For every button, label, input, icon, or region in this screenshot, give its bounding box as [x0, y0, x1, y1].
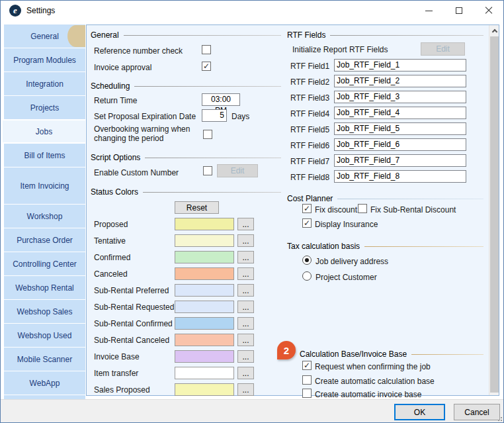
status-color-swatch: [175, 251, 234, 263]
project-customer-label: Project Customer: [315, 273, 377, 282]
rtf-field-label: RTF Field2: [290, 77, 329, 87]
sidebar-item-label: Webshop Used: [18, 331, 72, 340]
scrollbar-up-button[interactable]: [489, 25, 499, 36]
status-color-browse-button[interactable]: ...: [237, 350, 254, 363]
sidebar-item-label: Controlling Center: [13, 259, 77, 269]
status-color-browse-button[interactable]: ...: [237, 301, 254, 313]
ok-button[interactable]: OK: [394, 404, 445, 420]
status-color-browse-button[interactable]: ...: [237, 267, 254, 280]
auto-invoice-base-checkbox[interactable]: ✓: [302, 389, 312, 398]
return-time-input[interactable]: 03:00 PM: [202, 93, 240, 106]
section-tax-basis: Tax calculation basis: [287, 242, 483, 251]
sidebar-item-webshop-sales[interactable]: Webshop Sales: [4, 300, 85, 323]
status-color-swatch: [175, 267, 234, 280]
sidebar-item-label: Program Modules: [13, 56, 76, 65]
reference-number-checkbox[interactable]: ✓: [202, 45, 211, 54]
overbooking-warning-checkbox[interactable]: ✓: [203, 130, 212, 139]
auto-calculation-base-checkbox[interactable]: ✓: [302, 375, 312, 385]
job-delivery-address-radio[interactable]: [302, 256, 312, 265]
sidebar-item-controlling-center[interactable]: Controlling Center: [4, 252, 85, 275]
custom-number-edit-button[interactable]: Edit: [217, 164, 258, 177]
status-color-browse-button[interactable]: ...: [237, 367, 254, 379]
sidebar-item-label: Projects: [30, 103, 59, 113]
status-color-swatch: [175, 350, 234, 363]
section-status-colors: Status Colors: [91, 187, 281, 197]
sidebar-item-label: Mobile Scanner: [17, 355, 72, 364]
fix-sub-rental-discount-checkbox[interactable]: ✓: [358, 204, 367, 213]
status-color-browse-button[interactable]: ...: [237, 284, 254, 297]
close-button[interactable]: [474, 1, 503, 21]
sidebar-item-projects[interactable]: Projects: [4, 96, 85, 119]
fix-discount-checkbox[interactable]: ✓: [302, 204, 312, 213]
status-color-browse-button[interactable]: ...: [237, 251, 254, 263]
status-color-label: Confirmed: [94, 253, 130, 262]
status-color-browse-button[interactable]: ...: [237, 218, 254, 230]
overbooking-warning-label: Overbooking warning when changing the pe…: [94, 124, 194, 143]
sidebar-item-label: Purchase Order: [17, 236, 73, 245]
sidebar-item-purchase-order[interactable]: Purchase Order: [4, 228, 85, 252]
sidebar-item-jobs[interactable]: Jobs: [2, 120, 86, 143]
display-insurance-checkbox[interactable]: ✓: [302, 218, 312, 228]
project-customer-radio[interactable]: [302, 271, 312, 281]
section-rtf-fields: RTF Fields: [287, 30, 483, 40]
sidebar-item-label: Integration: [26, 79, 63, 89]
section-rule: [143, 192, 281, 193]
status-color-browse-button[interactable]: ...: [237, 383, 254, 396]
request-when-confirming-checkbox[interactable]: ✓: [302, 361, 312, 370]
status-color-browse-button[interactable]: ...: [237, 334, 254, 346]
chevron-up-icon: [491, 29, 497, 34]
sidebar-item-program-modules[interactable]: Program Modules: [4, 48, 85, 71]
status-colors-reset-button[interactable]: Reset: [175, 201, 219, 214]
scrollbar-thumb[interactable]: [490, 36, 499, 393]
rtf-field-input[interactable]: Job_RTF_Field_5: [334, 122, 466, 135]
section-calc-base: Calculation Base/Invoice Base: [300, 350, 483, 359]
rtf-field-input[interactable]: Job_RTF_Field_8: [334, 170, 466, 183]
reference-number-check-label: Reference number check: [94, 46, 183, 56]
status-color-label: Sub-Rental Requested: [94, 303, 174, 312]
rtf-field-input[interactable]: Job_RTF_Field_2: [334, 75, 466, 87]
rtf-field-input[interactable]: Job_RTF_Field_6: [334, 138, 466, 151]
section-rule: [124, 35, 281, 36]
sidebar-item-bill-of-items[interactable]: Bill of Items: [4, 144, 85, 167]
enable-custom-number-checkbox[interactable]: ✓: [203, 166, 212, 175]
section-script-options: Script Options: [91, 153, 281, 162]
status-color-browse-button[interactable]: ...: [237, 234, 254, 247]
rtf-field-input[interactable]: Job_RTF_Field_1: [334, 59, 466, 71]
dialog-footer: OK Cancel: [1, 399, 504, 423]
sidebar-item-item-invoicing[interactable]: Item Invoicing: [4, 167, 85, 204]
sidebar-item-webshop-rental[interactable]: Webshop Rental: [4, 276, 85, 299]
sidebar-item-webapp[interactable]: WebApp: [4, 371, 85, 395]
invoice-approval-checkbox[interactable]: ✓: [202, 62, 211, 71]
cancel-button[interactable]: Cancel: [454, 404, 500, 420]
section-title: Tax calculation basis: [287, 242, 360, 251]
section-title: Script Options: [91, 153, 140, 162]
rtf-field-input[interactable]: Job_RTF_Field_3: [334, 91, 466, 103]
status-color-swatch: [175, 301, 234, 313]
sidebar-item-label: Webshop Sales: [17, 307, 73, 316]
check-icon: ✓: [304, 205, 310, 212]
resize-grip[interactable]: [497, 416, 502, 421]
status-color-swatch: [175, 218, 234, 230]
titlebar: e Settings: [1, 1, 503, 21]
sidebar-item-workshop[interactable]: Workshop: [4, 205, 85, 228]
minimize-button[interactable]: [414, 1, 444, 21]
sidebar-item-label: General: [30, 32, 59, 41]
fix-discount-label: Fix discount: [315, 205, 357, 214]
sidebar-item-mobile-scanner[interactable]: Mobile Scanner: [4, 348, 85, 371]
status-color-label: Canceled: [94, 269, 128, 279]
section-general: General: [91, 30, 281, 40]
rtf-field-input[interactable]: Job_RTF_Field_7: [334, 154, 466, 167]
sidebar-item-integration[interactable]: Integration: [4, 72, 85, 95]
section-rule: [330, 35, 483, 36]
status-color-browse-button[interactable]: ...: [237, 317, 254, 330]
rtf-field-input[interactable]: Job_RTF_Field_4: [334, 107, 466, 119]
close-icon: [485, 7, 493, 15]
vertical-scrollbar[interactable]: [489, 25, 499, 395]
check-icon: ✓: [304, 361, 310, 369]
status-color-label: Sales Proposed: [94, 385, 150, 395]
proposal-expiration-input[interactable]: 5: [202, 109, 227, 122]
sidebar-item-webshop-used[interactable]: Webshop Used: [4, 324, 85, 347]
rtf-edit-button[interactable]: Edit: [421, 42, 465, 56]
maximize-button[interactable]: [444, 1, 474, 21]
sidebar-item-general[interactable]: General: [4, 24, 85, 48]
